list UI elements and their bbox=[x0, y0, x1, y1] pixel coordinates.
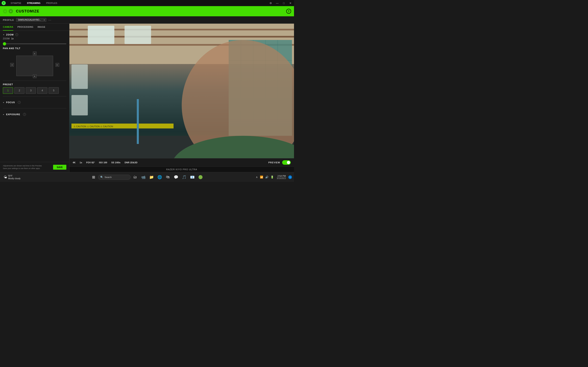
preset-button-2[interactable]: 2 bbox=[14, 87, 25, 94]
zoom-slider[interactable] bbox=[3, 43, 66, 44]
exposure-collapse-arrow: ► bbox=[3, 114, 4, 115]
taskbar-right: ∧ 📶 🔊 🔋 2:54 PM 3/10/2023 1 bbox=[255, 174, 292, 180]
save-button[interactable]: SAVE bbox=[53, 165, 66, 170]
pan-right-button[interactable]: ► bbox=[56, 63, 59, 67]
preview-label: PREVIEW bbox=[268, 161, 280, 164]
tray-sound-icon[interactable]: 🔊 bbox=[265, 175, 269, 179]
exposure-help-icon[interactable]: ? bbox=[23, 113, 26, 116]
sidebar: CAMERA PROCESSING IMAGE ▼ ZOOM ? ZOOM 1x… bbox=[0, 24, 69, 172]
taskbar-center: ⊞ 🔍 Search 🗂 📹 📁 🌐 🛍 💬 🎵 📧 🟢 bbox=[90, 174, 204, 181]
svg-text:⚠ CAUTION ⚠ CAUTION ⚠ CAUTION: ⚠ CAUTION ⚠ CAUTION ⚠ CAUTION bbox=[73, 125, 113, 128]
tray-network-icon[interactable]: 📶 bbox=[259, 175, 264, 179]
camera-feed: ⚠ CAUTION ⚠ CAUTION ⚠ CAUTION bbox=[69, 24, 294, 158]
preset-button-1[interactable]: 1 bbox=[3, 87, 13, 94]
clock-time: 2:54 PM bbox=[277, 175, 286, 177]
taskbar-icon-explorer[interactable]: 📁 bbox=[148, 174, 155, 181]
zoom-section-header[interactable]: ▼ ZOOM ? bbox=[3, 33, 66, 36]
info-zoom: 1x bbox=[80, 161, 82, 164]
app-logo: R bbox=[2, 1, 6, 5]
info-resolution: 4K bbox=[73, 161, 76, 164]
tray-expand-icon[interactable]: ∧ bbox=[255, 175, 259, 179]
exposure-section-header[interactable]: ► EXPOSURE ? bbox=[3, 111, 66, 118]
weather-condition: Mostly cloudy bbox=[8, 177, 21, 180]
divider-2 bbox=[3, 96, 66, 96]
info-shutter: SS 1/60s bbox=[111, 161, 121, 164]
taskbar-icon-mail[interactable]: 📧 bbox=[189, 174, 196, 181]
pan-tilt-container: ▲ ▼ ◄ ► bbox=[10, 52, 59, 78]
weather-text: 50°F Mostly cloudy bbox=[8, 175, 21, 180]
settings-icon[interactable]: ⚙ bbox=[269, 2, 273, 5]
preset-button-5[interactable]: 5 bbox=[49, 87, 59, 94]
nav-synapse[interactable]: SYNAPSE bbox=[10, 1, 22, 5]
save-notice-line2: Save your settings to use them on other … bbox=[3, 167, 50, 170]
tab-image[interactable]: IMAGE bbox=[38, 24, 45, 31]
taskbar-icon-razer[interactable]: 🟢 bbox=[197, 174, 204, 181]
focus-collapse-arrow: ► bbox=[3, 101, 4, 103]
exposure-section-title: EXPOSURE bbox=[6, 113, 20, 116]
start-button[interactable]: ⊞ bbox=[90, 174, 97, 181]
svg-rect-4 bbox=[88, 26, 114, 44]
taskbar-icon-widgets[interactable]: 🗂 bbox=[131, 174, 139, 181]
save-notice: Adjustments are shown real-time in the P… bbox=[0, 162, 69, 172]
title-bar: R SYNAPSE STREAMING PROFILES ⚙ — □ ✕ bbox=[0, 0, 294, 6]
preview-toggle[interactable] bbox=[282, 160, 291, 165]
tray-battery-icon[interactable]: 🔋 bbox=[270, 175, 274, 179]
preset-buttons: 1 2 3 4 5 bbox=[3, 87, 66, 94]
camera-name-bar: RAZER KIYO PRO ULTRA bbox=[69, 166, 294, 172]
clock-widget[interactable]: 2:54 PM 3/10/2023 bbox=[276, 174, 287, 180]
tab-processing[interactable]: PROCESSING bbox=[17, 24, 33, 31]
taskbar-icon-chat[interactable]: 💬 bbox=[172, 174, 180, 181]
camera-info-bar: 4K 1x FOV 82° ISO 100 SS 1/60s DNR 2D&3D… bbox=[69, 158, 294, 166]
zoom-help-icon[interactable]: ? bbox=[15, 33, 18, 36]
profile-select-wrap[interactable]: SAMSUNGGALAXYBO... ▼ bbox=[16, 18, 46, 22]
title-bar-right: ⚙ — □ ✕ bbox=[269, 2, 292, 5]
main-layout: CAMERA PROCESSING IMAGE ▼ ZOOM ? ZOOM 1x… bbox=[0, 24, 294, 172]
minimize-button[interactable]: — bbox=[275, 2, 279, 5]
weather-widget[interactable]: 🌤 50°F Mostly cloudy bbox=[2, 174, 22, 181]
focus-help-icon[interactable]: ? bbox=[18, 101, 21, 104]
weather-icon: 🌤 bbox=[4, 175, 7, 179]
pan-tilt-label: PAN AND TILT bbox=[3, 47, 66, 50]
close-button[interactable]: ✕ bbox=[288, 2, 292, 5]
camera-feed-svg: ⚠ CAUTION ⚠ CAUTION ⚠ CAUTION bbox=[69, 24, 294, 158]
pan-tilt-viewport bbox=[16, 56, 53, 76]
preset-button-4[interactable]: 4 bbox=[37, 87, 47, 94]
tab-bar: CAMERA PROCESSING IMAGE bbox=[0, 24, 69, 31]
taskbar-icon-store[interactable]: 🛍 bbox=[164, 174, 172, 181]
taskbar: 🌤 50°F Mostly cloudy ⊞ 🔍 Search 🗂 📹 📁 🌐 … bbox=[0, 172, 294, 182]
tab-camera[interactable]: CAMERA bbox=[3, 24, 13, 31]
preset-button-3[interactable]: 3 bbox=[26, 87, 36, 94]
save-notice-line1: Adjustments are shown real-time in the P… bbox=[3, 165, 50, 167]
toolbar: ‹ › CUSTOMIZE ? bbox=[0, 6, 294, 16]
taskbar-icon-teams[interactable]: 📹 bbox=[140, 174, 147, 181]
divider-1 bbox=[3, 81, 66, 81]
taskbar-icon-music[interactable]: 🎵 bbox=[181, 174, 188, 181]
help-button[interactable]: ? bbox=[286, 9, 291, 14]
preset-label: PRESET bbox=[3, 83, 66, 86]
profile-label: PROFILE bbox=[3, 19, 14, 21]
pan-down-button[interactable]: ▼ bbox=[33, 75, 36, 78]
back-button[interactable]: ‹ bbox=[3, 9, 7, 13]
maximize-button[interactable]: □ bbox=[282, 2, 286, 5]
profile-select[interactable]: SAMSUNGGALAXYBO... bbox=[16, 18, 46, 22]
zoom-section-title: ZOOM bbox=[6, 33, 14, 36]
nav-profiles[interactable]: PROFILES bbox=[45, 1, 58, 5]
pan-left-button[interactable]: ◄ bbox=[10, 63, 14, 67]
zoom-row: ZOOM 1x bbox=[3, 37, 66, 40]
preview-control: PREVIEW bbox=[268, 160, 291, 165]
profile-more-button[interactable]: ··· bbox=[48, 18, 52, 22]
focus-section-header[interactable]: ► FOCUS ? bbox=[3, 99, 66, 106]
search-label: Search bbox=[104, 176, 112, 178]
zoom-collapse-arrow: ▼ bbox=[3, 34, 4, 36]
info-iso: ISO 100 bbox=[99, 161, 107, 164]
clock-date: 3/10/2023 bbox=[277, 177, 286, 179]
forward-button[interactable]: › bbox=[9, 9, 13, 13]
preview-area: ⚠ CAUTION ⚠ CAUTION ⚠ CAUTION 4K 1x FOV … bbox=[69, 24, 294, 172]
notification-badge[interactable]: 1 bbox=[288, 175, 292, 179]
svg-rect-6 bbox=[71, 64, 88, 89]
pan-up-button[interactable]: ▲ bbox=[33, 52, 36, 55]
search-bar[interactable]: 🔍 Search bbox=[98, 175, 131, 180]
nav-streaming[interactable]: STREAMING bbox=[26, 1, 41, 5]
profile-bar: PROFILE SAMSUNGGALAXYBO... ▼ ··· bbox=[0, 16, 294, 24]
taskbar-icon-edge[interactable]: 🌐 bbox=[156, 174, 163, 181]
